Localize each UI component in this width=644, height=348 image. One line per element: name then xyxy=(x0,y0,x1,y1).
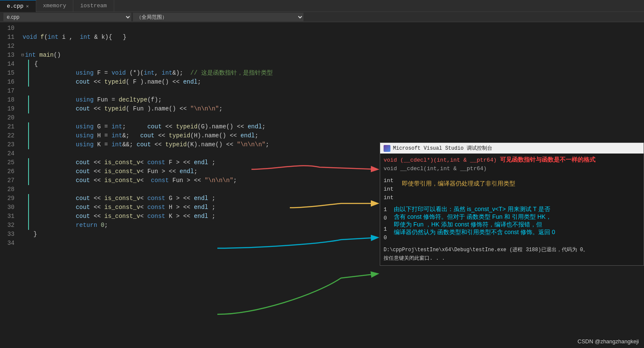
code-line-10 xyxy=(20,24,644,33)
tab-iostream[interactable]: iostream xyxy=(73,0,114,12)
console-line-int2: int xyxy=(384,185,393,194)
annotation-cyan-block: 由以下打印可以看出：虽然 is_const_v<T> 用来测试 T 是否 含有 … xyxy=(394,206,640,236)
console-block-2: int int int 即使带引用，编译器仍处理成了非引用类型 xyxy=(384,177,640,202)
console-line-int1: int xyxy=(384,177,393,185)
line-numbers: 10 11 12 13 14 15 16 17 18 19 20 21 22 2… xyxy=(0,22,20,348)
vs-console-title: Microsoft Visual Studio 调试控制台 xyxy=(393,145,492,152)
console-line-int3: int xyxy=(384,194,393,202)
nav-bar: e.cpp （全局范围） xyxy=(0,12,644,22)
scope-nav-select[interactable]: （全局范围） xyxy=(133,13,303,21)
console-close-line: 按任意键关闭此窗口. . . xyxy=(384,254,640,263)
code-line-12 xyxy=(20,42,644,51)
file-nav-select[interactable]: e.cpp xyxy=(3,13,131,21)
console-annotation-red: 可见函数指针与函数是不一样的格式 xyxy=(500,156,595,164)
console-lines-2: int int int xyxy=(384,177,393,202)
vs-console-body: void (__cdecl*)(int,int & __ptr64) void … xyxy=(380,154,644,265)
console-empty-3 xyxy=(384,242,640,246)
console-line-const4: 0 xyxy=(384,234,387,242)
code-line-16: cout << typeid( F ).name() << endl; xyxy=(20,78,644,87)
code-line-19: cout << typeid( Fun ).name() << "\n\n\n"… xyxy=(20,104,644,113)
console-path-line: D:\cppProj\testIne\x64\Debug\testIne.exe… xyxy=(384,246,640,254)
vs-logo-icon xyxy=(384,145,390,152)
tab-ecpp[interactable]: e.cpp ✕ xyxy=(0,0,36,12)
annotation-yellow-block: 即使带引用，编译器仍处理成了非引用类型 xyxy=(402,177,515,191)
console-block-3: 1 0 1 0 由以下打印可以看出：虽然 is_const_v<T> 用来测试 … xyxy=(384,206,640,242)
console-line-const1: 1 xyxy=(384,206,387,214)
annotation-cyan-line4: 编译器仍然认为 函数类型和引用类型不含 const 修饰。返回 0 xyxy=(394,229,640,236)
tab-xmemory[interactable]: xmemory xyxy=(36,0,74,12)
tab-iostream-label: iostream xyxy=(80,3,107,9)
editor-area: 10 11 12 13 14 15 16 17 18 19 20 21 22 2… xyxy=(0,22,644,348)
console-line-const2: 0 xyxy=(384,214,387,223)
console-line-1: void (__cdecl*)(int,int & __ptr64) xyxy=(384,156,497,165)
console-empty-1 xyxy=(384,173,640,177)
console-line-2: void __cdecl(int,int & __ptr64) xyxy=(384,165,497,173)
annotation-cyan-line2: 含有 const 修饰符。但对于 函数类型 Fun 和 引用类型 HK， xyxy=(394,213,640,221)
code-line-11: void f(int i , int & k){ } xyxy=(20,33,644,42)
console-line-const3: 1 xyxy=(384,225,387,234)
annotation-yellow-text: 即使带引用，编译器仍处理成了非引用类型 xyxy=(402,180,515,187)
watermark: CSDN @zhangzhangkeji xyxy=(578,338,639,345)
console-empty-2 xyxy=(384,202,640,206)
vs-console: Microsoft Visual Studio 调试控制台 void (__cd… xyxy=(380,142,644,266)
annotation-cyan-line3: 即使为 Fun ，HK 添加 const 修饰符，编译也不报错，但 xyxy=(394,221,640,229)
console-block-1: void (__cdecl*)(int,int & __ptr64) void … xyxy=(384,156,640,173)
console-lines-3: 1 0 1 0 xyxy=(384,206,387,242)
console-lines-1: void (__cdecl*)(int,int & __ptr64) void … xyxy=(384,156,497,173)
tab-xmemory-label: xmemory xyxy=(43,3,66,9)
vs-console-header: Microsoft Visual Studio 调试控制台 xyxy=(380,143,644,154)
tab-bar: e.cpp ✕ xmemory iostream xyxy=(0,0,644,12)
tab-ecpp-label: e.cpp xyxy=(7,3,23,9)
code-line-13: ⊟int main() xyxy=(20,51,644,60)
tab-ecpp-close[interactable]: ✕ xyxy=(26,3,29,9)
annotation-cyan-line1: 由以下打印可以看出：虽然 is_const_v<T> 用来测试 T 是否 xyxy=(394,206,640,213)
